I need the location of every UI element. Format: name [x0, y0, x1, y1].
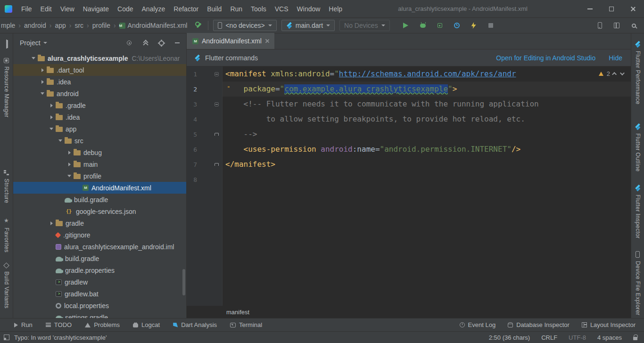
tree-chevron-icon[interactable]	[47, 123, 56, 135]
menu-item[interactable]: Run	[226, 0, 247, 17]
toolbar-action-button[interactable]	[595, 21, 604, 30]
lock-icon[interactable]	[633, 337, 637, 340]
project-view-selector[interactable]: Project	[20, 39, 41, 47]
breadcrumb-item[interactable]: android	[24, 22, 55, 29]
menu-item[interactable]: Edit	[36, 0, 56, 17]
tool-window-button[interactable]: Favorites	[3, 216, 10, 253]
toolbar-action-button[interactable]	[629, 21, 638, 30]
inspections-widget[interactable]: 2	[599, 70, 623, 77]
tree-chevron-icon[interactable]	[74, 182, 83, 194]
hide-banner-link[interactable]: Hide	[609, 54, 622, 62]
tree-chevron-icon[interactable]	[65, 158, 74, 170]
tool-window-tab[interactable]: Event Log	[460, 321, 496, 328]
tree-row[interactable]: build.gradle	[13, 194, 186, 205]
tree-row[interactable]: .idea	[13, 76, 186, 88]
fold-end-icon[interactable]	[215, 163, 219, 166]
code-line[interactable]: 3 <!-- Flutter needs it to communicate w…	[187, 97, 631, 112]
code-line[interactable]: 8	[187, 172, 631, 187]
chevron-down-icon[interactable]	[43, 42, 47, 44]
devices-status-selector[interactable]: No Devices	[339, 20, 390, 31]
menu-item[interactable]: Tools	[247, 0, 271, 17]
code-line[interactable]: 6 <uses-permission android:name="android…	[187, 142, 631, 157]
fold-end-icon[interactable]	[215, 133, 219, 136]
toolbar-action-button[interactable]	[612, 21, 621, 30]
tree-chevron-icon[interactable]	[47, 276, 56, 288]
tree-row[interactable]: .gradle	[13, 99, 186, 111]
tool-window-button[interactable]: Resource Manager	[3, 58, 10, 117]
tree-row[interactable]: gradlew	[13, 276, 186, 288]
tool-window-button[interactable]: Flutter Performance	[635, 41, 641, 105]
tree-chevron-icon[interactable]	[65, 147, 74, 158]
breadcrumb-item[interactable]: AndroidManifest.xml	[119, 22, 188, 29]
close-button[interactable]	[622, 0, 644, 17]
tree-row[interactable]: settings.gradle	[13, 311, 186, 318]
tree-row[interactable]: gradlew.bat	[13, 288, 186, 300]
tree-chevron-icon[interactable]	[47, 217, 56, 229]
tab-close-icon[interactable]	[265, 39, 270, 43]
tree-scrollbar[interactable]	[182, 269, 185, 295]
tool-window-tab[interactable]: Database Inspector	[508, 321, 570, 328]
tree-row[interactable]: google-services.json	[13, 205, 186, 217]
tree-chevron-icon[interactable]	[38, 76, 47, 88]
tree-chevron-icon[interactable]	[47, 99, 56, 111]
tree-row[interactable]: build.gradle	[13, 253, 186, 264]
tree-chevron-icon[interactable]	[47, 111, 56, 123]
tree-chevron-icon[interactable]	[56, 135, 65, 147]
tool-window-button[interactable]: Structure	[3, 170, 10, 203]
tree-chevron-icon[interactable]	[38, 64, 47, 76]
menu-item[interactable]: Help	[324, 0, 347, 17]
indent-widget[interactable]: 4 spaces	[597, 334, 622, 341]
tree-row[interactable]: .idea	[13, 111, 186, 123]
tool-window-button[interactable]: Device File Explorer	[635, 251, 641, 315]
tree-row[interactable]: .gitignore	[13, 229, 186, 241]
tree-chevron-icon[interactable]	[56, 205, 65, 217]
tree-row[interactable]: AndroidManifest.xml	[13, 182, 186, 194]
collapse-all-button[interactable]	[140, 38, 150, 48]
status-message[interactable]: Typo: In word 'crashlyticsexample'	[14, 334, 107, 341]
tree-row[interactable]: gradle.properties	[13, 264, 186, 276]
editor-breadcrumb[interactable]: manifest	[187, 306, 631, 318]
tree-chevron-icon[interactable]	[47, 241, 56, 253]
locate-file-button[interactable]	[124, 38, 134, 48]
tool-window-tab[interactable]: TODO	[46, 321, 72, 328]
tree-chevron-icon[interactable]	[47, 311, 56, 318]
code-line[interactable]: 7 </manifest>	[187, 157, 631, 172]
breadcrumb-item[interactable]: profile	[92, 22, 119, 29]
line-ending-widget[interactable]: CRLF	[541, 334, 557, 341]
tree-row[interactable]: src	[13, 135, 186, 147]
tool-window-tab[interactable]: Run	[14, 321, 33, 328]
open-in-android-studio-link[interactable]: Open for Editing in Android Studio	[496, 54, 595, 62]
tree-chevron-icon[interactable]	[47, 264, 56, 276]
toolbar-action-button[interactable]	[435, 21, 445, 30]
tool-window-button[interactable]: Build Variants	[3, 263, 10, 309]
prev-problem-icon[interactable]	[612, 72, 617, 77]
tool-window-tab[interactable]: Logcat	[133, 321, 160, 328]
tool-windows-toggle-icon[interactable]	[4, 335, 9, 340]
toolbar-action-button[interactable]	[418, 21, 428, 30]
tree-row[interactable]: debug	[13, 147, 186, 158]
toolbar-action-button[interactable]	[452, 21, 462, 30]
tree-row[interactable]: app	[13, 123, 186, 135]
menu-item[interactable]: Analyze	[138, 0, 170, 17]
breadcrumb-item[interactable]: mple	[1, 22, 24, 29]
tree-chevron-icon[interactable]	[47, 288, 56, 300]
tree-chevron-icon[interactable]	[29, 52, 38, 64]
tool-window-tab[interactable]: Layout Inspector	[582, 321, 636, 328]
tree-row[interactable]: .dart_tool	[13, 64, 186, 76]
minimize-button[interactable]	[579, 0, 601, 17]
menu-item[interactable]: Window	[293, 0, 325, 17]
settings-button[interactable]	[156, 38, 166, 48]
menu-item[interactable]: Refactor	[169, 0, 203, 17]
tree-chevron-icon[interactable]	[65, 170, 74, 182]
tree-row[interactable]: alura_crashlyticsexample_android.iml	[13, 241, 186, 253]
tree-chevron-icon[interactable]	[38, 88, 47, 99]
tree-row[interactable]: android	[13, 88, 186, 99]
tree-row[interactable]: alura_crashlyticsexample C:\Users\Leonar	[13, 52, 186, 64]
breadcrumb-item[interactable]: src	[74, 22, 92, 29]
hide-panel-button[interactable]	[172, 38, 182, 48]
tool-window-button[interactable]: Flutter Inspector	[635, 185, 641, 239]
toolbar-action-button[interactable]	[401, 21, 411, 30]
tool-window-tab[interactable]: Terminal	[230, 321, 262, 328]
maximize-button[interactable]	[601, 0, 622, 17]
tree-row[interactable]: main	[13, 158, 186, 170]
